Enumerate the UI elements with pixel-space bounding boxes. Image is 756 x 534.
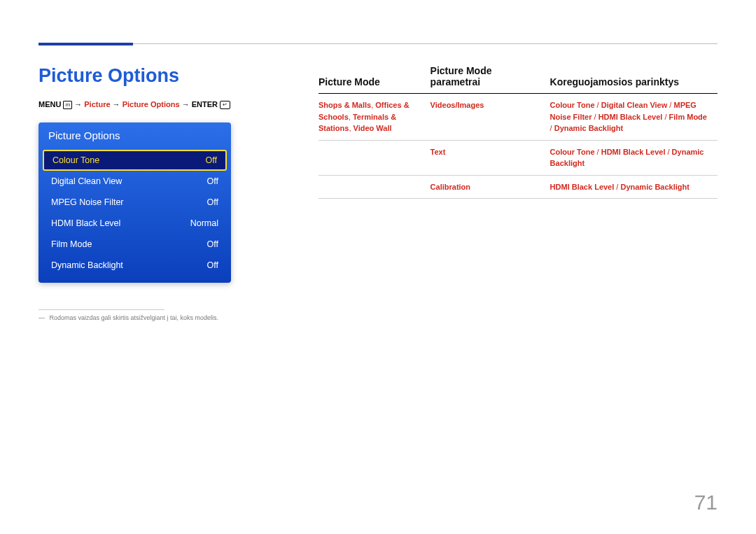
page-number: 71	[694, 491, 718, 514]
bc-arrow1: →	[74, 100, 84, 108]
bc-popt: Picture Options	[122, 100, 180, 108]
osd-row-label: Digital Clean View	[51, 176, 122, 186]
opt-item: HDMI Black Level	[601, 148, 666, 156]
opt-item: Dynamic Backlight	[620, 183, 689, 191]
mode-item: Video Wall	[354, 124, 392, 132]
opt-item: HDMI Black Level	[550, 183, 615, 191]
osd-row[interactable]: MPEG Noise FilterOff	[38, 192, 231, 213]
bc-menu: MENU	[38, 100, 61, 108]
cell-mode: Shops & Malls, Offices & Schools, Termin…	[318, 94, 430, 141]
opt-sep: /	[592, 113, 598, 121]
opt-item: Colour Tone	[550, 148, 595, 156]
bc-picture: Picture	[84, 100, 110, 108]
table-row: Shops & Malls, Offices & Schools, Termin…	[318, 94, 718, 141]
footnote-text: Rodomas vaizdas gali skirtis atsižvelgia…	[50, 314, 219, 321]
osd-row-value: Off	[207, 176, 218, 186]
opt-item: Digital Clean View	[601, 101, 668, 109]
cell-opts: Colour Tone / HDMI Black Level / Dynamic…	[550, 140, 718, 175]
osd-row-label: MPEG Noise Filter	[51, 197, 124, 207]
table-header-row: Picture Mode Picture Mode parametrai Kor…	[318, 61, 718, 94]
opt-sep: /	[665, 148, 671, 156]
breadcrumb: MENU m → Picture → Picture Options → ENT…	[38, 99, 276, 110]
enter-icon: ↵	[220, 101, 230, 109]
osd-row[interactable]: Dynamic BacklightOff	[38, 255, 231, 276]
opt-sep: /	[595, 148, 601, 156]
param-item: Calibration	[430, 183, 470, 191]
cell-opts: Colour Tone / Digital Clean View / MPEG …	[550, 94, 718, 141]
cell-param: Calibration	[430, 175, 550, 199]
cell-param: Text	[430, 140, 550, 175]
osd-row-value: Off	[207, 260, 218, 270]
osd-row[interactable]: Digital Clean ViewOff	[38, 171, 231, 192]
cell-param: Videos/Images	[430, 94, 550, 141]
table-row: CalibrationHDMI Black Level / Dynamic Ba…	[318, 175, 718, 199]
footnote: ― Rodomas vaizdas gali skirtis atsižvelg…	[38, 314, 276, 321]
th-mode: Picture Mode	[318, 61, 430, 94]
footnote-dash: ―	[38, 314, 45, 321]
opt-item: Film Mode	[669, 113, 707, 121]
mode-item: Shops & Malls	[318, 101, 371, 109]
osd-row[interactable]: Colour ToneOff	[43, 150, 227, 171]
opt-item: HDMI Black Level	[598, 113, 663, 121]
osd-row-label: Film Mode	[51, 239, 92, 249]
cell-opts: HDMI Black Level / Dynamic Backlight	[550, 175, 718, 199]
opt-sep: /	[662, 113, 668, 121]
cell-mode	[318, 140, 430, 175]
opt-item: Dynamic Backlight	[554, 124, 623, 132]
osd-row-value: Off	[207, 239, 218, 249]
osd-row[interactable]: HDMI Black LevelNormal	[38, 213, 231, 234]
osd-header: Picture Options	[38, 122, 231, 150]
table-row: TextColour Tone / HDMI Black Level / Dyn…	[318, 140, 718, 175]
footnote-rule	[38, 309, 164, 310]
bc-arrow3: →	[182, 100, 192, 108]
osd-row[interactable]: Film ModeOff	[38, 234, 231, 255]
options-table: Picture Mode Picture Mode parametrai Kor…	[318, 61, 718, 199]
osd-row-label: Colour Tone	[52, 155, 99, 165]
osd-row-value: Off	[206, 155, 217, 165]
cell-mode	[318, 175, 430, 199]
accent-bar	[38, 43, 133, 45]
th-opts: Koreguojamosios parinktys	[550, 61, 718, 94]
osd-row-label: HDMI Black Level	[51, 218, 120, 228]
opt-sep: /	[595, 101, 601, 109]
menu-icon: m	[63, 101, 72, 109]
osd-row-label: Dynamic Backlight	[51, 260, 123, 270]
left-column: Picture Options MENU m → Picture → Pictu…	[38, 61, 276, 321]
right-column: Picture Mode Picture Mode parametrai Kor…	[318, 61, 718, 199]
param-item: Text	[430, 148, 446, 156]
bc-enter: ENTER	[192, 100, 218, 108]
param-item: Videos/Images	[430, 101, 484, 109]
opt-item: Colour Tone	[550, 101, 595, 109]
th-param: Picture Mode parametrai	[430, 61, 550, 94]
osd-panel: Picture Options Colour ToneOffDigital Cl…	[38, 122, 231, 283]
page-title: Picture Options	[38, 65, 276, 87]
osd-row-value: Off	[207, 197, 218, 207]
bc-arrow2: →	[113, 100, 122, 108]
osd-row-value: Normal	[190, 218, 218, 228]
